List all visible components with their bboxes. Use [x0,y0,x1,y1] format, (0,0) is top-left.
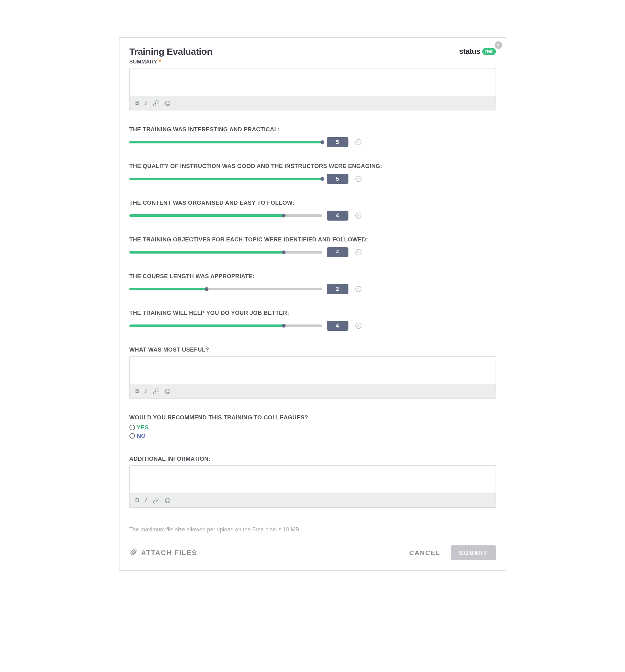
svg-point-7 [166,500,167,500]
slider-knob-icon[interactable] [282,324,286,328]
slider-block: THE CONTENT WAS ORGANISED AND EASY TO FO… [129,199,496,221]
useful-input[interactable] [129,356,496,384]
useful-toolbar: B I [129,384,496,399]
additional-block: ADDITIONAL INFORMATION: B I [129,455,496,508]
slider-value-badge: 4 [327,321,348,331]
slider-knob-icon[interactable] [205,287,209,291]
radio-no[interactable]: NO [129,432,496,440]
bold-icon[interactable]: B [135,388,139,394]
slider-block: THE TRAINING WAS INTERESTING AND PRACTIC… [129,126,496,147]
logo: status net [459,47,496,56]
slider-label: THE TRAINING WAS INTERESTING AND PRACTIC… [129,126,496,133]
bold-icon[interactable]: B [135,100,139,106]
slider-label: THE COURSE LENGTH WAS APPROPRIATE: [129,273,496,280]
slider-label: THE TRAINING OBJECTIVES FOR EACH TOPIC W… [129,236,496,243]
slider-block: THE COURSE LENGTH WAS APPROPRIATE: 2 ✕ [129,273,496,294]
form-panel: ✕ Training Evaluation SUMMARY * status n… [119,37,506,571]
slider-knob-icon[interactable] [320,177,324,181]
emoji-icon[interactable] [165,388,171,394]
slider-value-badge: 5 [327,137,348,147]
clear-icon[interactable]: ✕ [355,286,361,292]
recommend-label: WOULD YOU RECOMMEND THIS TRAINING TO COL… [129,414,496,421]
slider-knob-icon[interactable] [282,214,286,217]
clear-icon[interactable]: ✕ [355,322,361,329]
link-icon[interactable] [153,388,159,394]
summary-label: SUMMARY * [129,59,213,65]
footer: ATTACH FILES CANCEL SUBMIT [129,545,496,560]
slider-block: THE QUALITY OF INSTRUCTION WAS GOOD AND … [129,163,496,184]
attach-files-button[interactable]: ATTACH FILES [129,548,197,558]
header-row: Training Evaluation SUMMARY * status net [129,46,496,65]
italic-icon[interactable]: I [145,100,147,106]
emoji-icon[interactable] [165,498,171,504]
slider-track[interactable] [129,251,322,254]
svg-point-2 [168,102,169,103]
slider-track[interactable] [129,325,322,327]
slider-value-badge: 5 [327,174,348,184]
slider-value-badge: 4 [327,211,348,221]
slider-fill [129,141,322,143]
summary-label-text: SUMMARY [129,59,158,65]
italic-icon[interactable]: I [145,388,147,394]
additional-input[interactable] [129,465,496,494]
close-icon[interactable]: ✕ [495,41,502,49]
slider-track[interactable] [129,214,322,217]
logo-pill: net [482,48,496,55]
slider-knob-icon[interactable] [320,140,324,144]
slider-fill [129,178,322,180]
clear-icon[interactable]: ✕ [355,249,361,256]
slider-label: THE QUALITY OF INSTRUCTION WAS GOOD AND … [129,163,496,170]
emoji-icon[interactable] [165,100,171,106]
bold-icon[interactable]: B [135,497,139,504]
slider-knob-icon[interactable] [282,250,286,254]
radio-no-label: NO [137,432,146,440]
radio-circle-icon [129,433,135,439]
submit-button[interactable]: SUBMIT [451,545,496,560]
useful-block: WHAT WAS MOST USEFUL? B I [129,346,496,399]
slider-value-badge: 2 [327,284,348,294]
paperclip-icon [129,548,138,558]
recommend-block: WOULD YOU RECOMMEND THIS TRAINING TO COL… [129,414,496,440]
slider-label: THE CONTENT WAS ORGANISED AND EASY TO FO… [129,199,496,206]
summary-toolbar: B I [129,96,496,111]
slider-block: THE TRAINING WILL HELP YOU DO YOUR JOB B… [129,310,496,331]
cancel-button[interactable]: CANCEL [408,549,442,557]
link-icon[interactable] [153,498,159,504]
clear-icon[interactable]: ✕ [355,139,361,145]
slider-fill [129,251,284,254]
attach-label: ATTACH FILES [141,549,197,557]
slider-track[interactable] [129,178,322,180]
svg-point-6 [165,498,170,503]
link-icon[interactable] [153,100,159,106]
additional-label: ADDITIONAL INFORMATION: [129,455,496,462]
radio-yes[interactable]: YES [129,424,496,432]
slider-fill [129,325,284,327]
required-mark: * [159,59,161,65]
svg-point-8 [168,500,169,500]
slider-track[interactable] [129,288,322,290]
slider-track[interactable] [129,141,322,143]
page-title: Training Evaluation [129,46,213,57]
slider-value-badge: 4 [327,247,348,257]
radio-yes-label: YES [137,424,149,432]
logo-text: status [459,47,480,56]
italic-icon[interactable]: I [145,497,147,504]
radio-circle-icon [129,425,135,430]
slider-block: THE TRAINING OBJECTIVES FOR EACH TOPIC W… [129,236,496,257]
svg-point-5 [168,390,169,391]
clear-icon[interactable]: ✕ [355,213,361,219]
useful-label: WHAT WAS MOST USEFUL? [129,346,496,353]
slider-label: THE TRAINING WILL HELP YOU DO YOUR JOB B… [129,310,496,316]
svg-point-3 [165,389,170,393]
summary-input[interactable] [129,68,496,96]
slider-fill [129,288,207,290]
clear-icon[interactable]: ✕ [355,176,361,182]
svg-point-1 [166,102,167,103]
slider-fill [129,214,284,217]
svg-point-0 [165,101,170,105]
additional-toolbar: B I [129,494,496,508]
file-note: The maximum file size allowed per upload… [129,526,496,533]
svg-point-4 [166,390,167,391]
